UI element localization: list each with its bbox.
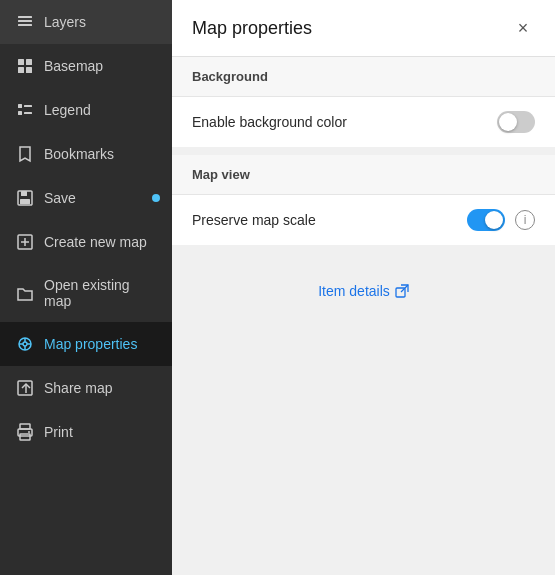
map-view-section: Map view Preserve map scale i [172,155,555,245]
item-details-label: Item details [318,283,390,299]
svg-rect-12 [21,191,27,196]
close-button[interactable]: × [511,16,535,40]
svg-rect-3 [18,59,24,65]
sidebar-item-bookmarks[interactable]: Bookmarks [0,132,172,176]
toggle-track [467,209,505,231]
svg-rect-5 [18,67,24,73]
panel-body: Background Enable background color Map v… [172,57,555,575]
background-section-header: Background [172,57,555,97]
create-map-icon [16,233,34,251]
map-properties-panel: Map properties × Background Enable backg… [172,0,555,575]
sidebar-item-label: Bookmarks [44,146,114,162]
print-icon [16,423,34,441]
background-section: Background Enable background color [172,57,555,147]
external-link-icon [395,284,409,298]
svg-rect-0 [18,24,32,26]
svg-rect-8 [24,105,32,107]
svg-point-18 [23,342,27,346]
svg-rect-6 [26,67,32,73]
save-dot-indicator [152,194,160,202]
preserve-map-scale-toggle[interactable] [467,209,505,231]
sidebar-item-label: Map properties [44,336,137,352]
svg-rect-10 [24,112,32,114]
sidebar: Layers Basemap Legend [0,0,172,575]
legend-icon [16,101,34,119]
sidebar-item-label: Layers [44,14,86,30]
sidebar-item-map-properties[interactable]: Map properties [0,322,172,366]
svg-rect-1 [18,20,32,22]
sidebar-item-label: Legend [44,102,91,118]
enable-bg-color-label: Enable background color [192,114,347,130]
item-details-container: Item details [172,253,555,329]
sidebar-item-label: Basemap [44,58,103,74]
sidebar-item-print[interactable]: Print [0,410,172,454]
bookmarks-icon [16,145,34,163]
sidebar-item-layers[interactable]: Layers [0,0,172,44]
panel-header: Map properties × [172,0,555,57]
svg-point-28 [28,431,30,433]
sidebar-item-basemap[interactable]: Basemap [0,44,172,88]
sidebar-item-label: Print [44,424,73,440]
sidebar-item-save[interactable]: Save [0,176,172,220]
toggle-thumb [485,211,503,229]
svg-rect-9 [18,111,22,115]
svg-rect-27 [20,434,30,440]
sidebar-item-label: Share map [44,380,112,396]
svg-rect-2 [18,16,32,18]
info-icon[interactable]: i [515,210,535,230]
item-details-link[interactable]: Item details [298,263,429,319]
sidebar-item-label: Create new map [44,234,147,250]
svg-rect-4 [26,59,32,65]
save-icon [16,189,34,207]
sidebar-item-legend[interactable]: Legend [0,88,172,132]
map-view-section-header: Map view [172,155,555,195]
toggle-thumb [499,113,517,131]
open-map-icon [16,284,34,302]
svg-rect-7 [18,104,22,108]
svg-rect-13 [20,199,30,204]
sidebar-item-create-new-map[interactable]: Create new map [0,220,172,264]
toggle-track [497,111,535,133]
preserve-map-scale-label: Preserve map scale [192,212,316,228]
sidebar-item-label: Open existing map [44,277,156,309]
sidebar-item-share-map[interactable]: Share map [0,366,172,410]
basemap-icon [16,57,34,75]
map-properties-icon [16,335,34,353]
enable-bg-color-row: Enable background color [172,97,555,147]
sidebar-item-open-existing-map[interactable]: Open existing map [0,264,172,322]
sidebar-item-label: Save [44,190,76,206]
preserve-map-scale-row: Preserve map scale i [172,195,555,245]
layers-icon [16,13,34,31]
preserve-map-scale-controls: i [467,209,535,231]
enable-bg-color-toggle[interactable] [497,111,535,133]
panel-title: Map properties [192,18,312,39]
share-icon [16,379,34,397]
